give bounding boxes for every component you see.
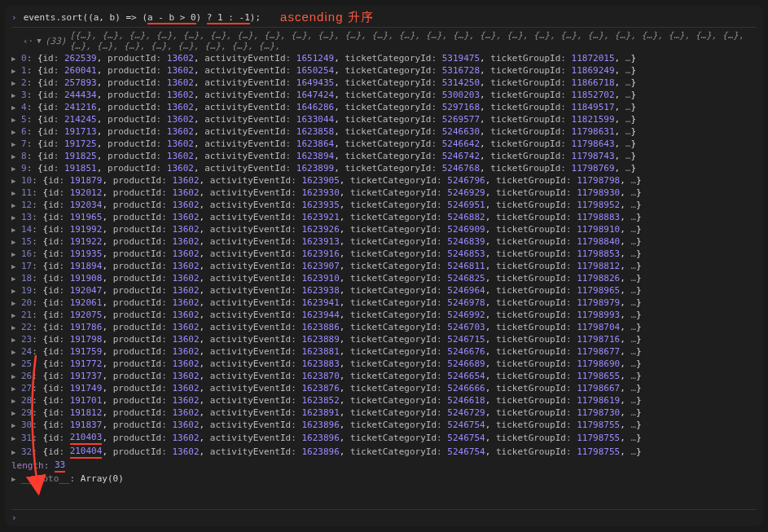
- chevron-right-icon[interactable]: ▶: [11, 248, 20, 260]
- length-value: 33: [55, 459, 65, 473]
- array-item-row[interactable]: ▶10: {id: 191879, productId: 13602, acti…: [11, 174, 757, 187]
- array-item-row[interactable]: ▶15: {id: 191922, productId: 13602, acti…: [11, 235, 757, 248]
- array-item-row[interactable]: ▶12: {id: 192034, productId: 13602, acti…: [11, 199, 757, 211]
- array-item-row[interactable]: ▶4: {id: 241216, productId: 13602, activ…: [11, 101, 757, 113]
- devtools-console: › events.sort((a, b) => (a - b > 0) ? 1 …: [5, 5, 763, 526]
- chevron-right-icon[interactable]: ▶: [11, 473, 20, 485]
- array-item-row[interactable]: ▶2: {id: 257893, productId: 13602, activ…: [11, 77, 757, 89]
- array-item-row[interactable]: ▶13: {id: 191965, productId: 13602, acti…: [11, 211, 757, 223]
- array-preview-stubs: [{…}, {…}, {…}, {…}, {…}, {…}, {…}, {…},…: [69, 30, 757, 51]
- output-prefix-icon: ‹·: [23, 36, 33, 46]
- chevron-right-icon[interactable]: ▶: [11, 90, 20, 101]
- console-next-prompt[interactable]: ›: [11, 509, 757, 523]
- chevron-right-icon[interactable]: ▶: [11, 334, 20, 345]
- array-item-row[interactable]: ▶19: {id: 192047, productId: 13602, acti…: [11, 284, 757, 297]
- chevron-right-icon[interactable]: ▶: [11, 175, 20, 187]
- array-item-row[interactable]: ▶14: {id: 191992, productId: 13602, acti…: [11, 223, 757, 235]
- array-item-row[interactable]: ▶24: {id: 191759, productId: 13602, acti…: [11, 345, 757, 358]
- chevron-right-icon[interactable]: ▶: [11, 126, 20, 138]
- array-item-row[interactable]: ▶32: {id: 210404, productId: 13602, acti…: [11, 445, 757, 459]
- proto-row[interactable]: ▶ __proto__: Array(0): [11, 473, 757, 485]
- array-summary-row[interactable]: ‹· ▼ (33) [{…}, {…}, {…}, {…}, {…}, {…},…: [11, 29, 757, 52]
- chevron-right-icon[interactable]: ▶: [11, 77, 20, 89]
- array-item-row[interactable]: ▶23: {id: 191798, productId: 13602, acti…: [11, 333, 757, 345]
- array-item-row[interactable]: ▶27: {id: 191749, productId: 13602, acti…: [11, 382, 757, 394]
- chevron-right-icon[interactable]: ▶: [11, 285, 20, 297]
- array-item-row[interactable]: ▶26: {id: 191737, productId: 13602, acti…: [11, 370, 757, 382]
- chevron-right-icon[interactable]: ▶: [11, 212, 20, 223]
- chevron-right-icon[interactable]: ▶: [11, 407, 20, 419]
- array-item-row[interactable]: ▶1: {id: 260041, productId: 13602, activ…: [11, 64, 757, 77]
- array-item-row[interactable]: ▶17: {id: 191894, productId: 13602, acti…: [11, 260, 757, 272]
- chevron-right-icon[interactable]: ▶: [11, 200, 20, 211]
- annotation-ascending: ascending 升序: [280, 10, 374, 25]
- chevron-right-icon[interactable]: ▶: [11, 236, 20, 248]
- chevron-right-icon[interactable]: ▶: [11, 371, 20, 382]
- chevron-right-icon[interactable]: ▶: [11, 322, 20, 333]
- chevron-right-icon[interactable]: ▶: [11, 163, 20, 174]
- array-item-row[interactable]: ▶22: {id: 191786, productId: 13602, acti…: [11, 321, 757, 333]
- chevron-right-icon[interactable]: ▶: [11, 383, 20, 394]
- array-item-row[interactable]: ▶6: {id: 191713, productId: 13602, activ…: [11, 125, 757, 138]
- code-input: events.sort((a, b) => (a - b > 0) ? 1 : …: [24, 12, 261, 23]
- chevron-right-icon[interactable]: ▶: [11, 446, 20, 458]
- chevron-right-icon[interactable]: ▶: [11, 187, 20, 199]
- chevron-right-icon[interactable]: ▶: [11, 151, 20, 162]
- array-item-row[interactable]: ▶31: {id: 210403, productId: 13602, acti…: [11, 431, 757, 445]
- chevron-right-icon[interactable]: ▶: [11, 297, 20, 309]
- chevron-right-icon[interactable]: ▶: [11, 224, 20, 235]
- array-items-container: ▶0: {id: 262539, productId: 13602, activ…: [11, 52, 757, 459]
- console-output: ‹· ▼ (33) [{…}, {…}, {…}, {…}, {…}, {…},…: [11, 28, 757, 485]
- chevron-right-icon[interactable]: ▶: [11, 138, 20, 150]
- array-item-row[interactable]: ▶29: {id: 191812, productId: 13602, acti…: [11, 407, 757, 419]
- chevron-right-icon[interactable]: ▶: [11, 420, 20, 431]
- highlighted-ternary: ? 1 : -1: [207, 12, 250, 24]
- array-item-row[interactable]: ▶25: {id: 191772, productId: 13602, acti…: [11, 358, 757, 370]
- chevron-right-icon[interactable]: ▶: [11, 433, 20, 444]
- chevron-right-icon[interactable]: ▶: [11, 53, 20, 64]
- chevron-right-icon[interactable]: ▶: [11, 346, 20, 358]
- array-item-row[interactable]: ▶28: {id: 191701, productId: 13602, acti…: [11, 394, 757, 407]
- chevron-down-icon[interactable]: ▼: [37, 37, 43, 45]
- array-length-preview: (33): [45, 36, 67, 46]
- array-item-row[interactable]: ▶7: {id: 191725, productId: 13602, activ…: [11, 138, 757, 150]
- chevron-right-icon[interactable]: ▶: [11, 261, 20, 272]
- array-item-row[interactable]: ▶18: {id: 191908, productId: 13602, acti…: [11, 272, 757, 284]
- chevron-right-icon[interactable]: ▶: [11, 358, 20, 370]
- array-item-row[interactable]: ▶8: {id: 191825, productId: 13602, activ…: [11, 150, 757, 162]
- console-input-line[interactable]: › events.sort((a, b) => (a - b > 0) ? 1 …: [11, 8, 757, 28]
- array-item-row[interactable]: ▶5: {id: 214245, productId: 13602, activ…: [11, 113, 757, 125]
- array-item-row[interactable]: ▶30: {id: 191837, productId: 13602, acti…: [11, 419, 757, 431]
- array-item-row[interactable]: ▶9: {id: 191851, productId: 13602, activ…: [11, 162, 757, 174]
- array-item-row[interactable]: ▶3: {id: 244434, productId: 13602, activ…: [11, 89, 757, 101]
- length-row[interactable]: length: 33: [11, 459, 757, 473]
- chevron-right-icon[interactable]: ▶: [11, 114, 20, 125]
- array-item-row[interactable]: ▶0: {id: 262539, productId: 13602, activ…: [11, 52, 757, 64]
- input-prompt-icon: ›: [11, 12, 17, 23]
- chevron-right-icon[interactable]: ▶: [11, 395, 20, 407]
- chevron-right-icon[interactable]: ▶: [11, 310, 20, 321]
- highlighted-expression: a - b > 0: [147, 12, 196, 24]
- array-item-row[interactable]: ▶16: {id: 191935, productId: 13602, acti…: [11, 248, 757, 260]
- array-item-row[interactable]: ▶20: {id: 192061, productId: 13602, acti…: [11, 297, 757, 309]
- array-item-row[interactable]: ▶21: {id: 192075, productId: 13602, acti…: [11, 309, 757, 321]
- chevron-right-icon[interactable]: ▶: [11, 65, 20, 77]
- array-item-row[interactable]: ▶11: {id: 192012, productId: 13602, acti…: [11, 187, 757, 199]
- chevron-right-icon[interactable]: ▶: [11, 102, 20, 113]
- chevron-right-icon[interactable]: ▶: [11, 273, 20, 284]
